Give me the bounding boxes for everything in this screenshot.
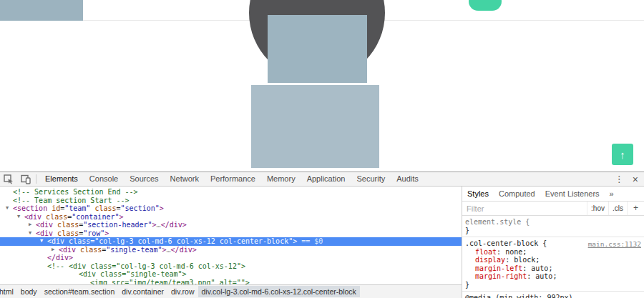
- css-selector[interactable]: }: [465, 227, 641, 235]
- tab-memory[interactable]: Memory: [261, 172, 301, 186]
- css-rule: main.css:1132.col-center-block {float: n…: [462, 237, 644, 292]
- toolbar-separator: [36, 174, 36, 184]
- tree-row[interactable]: ▼<div class="row">: [0, 229, 462, 238]
- tab-elements[interactable]: Elements: [39, 172, 84, 186]
- tab-audits[interactable]: Audits: [391, 172, 424, 186]
- breadcrumb-item[interactable]: div.container: [118, 286, 167, 297]
- expand-arrow-open-icon[interactable]: ▼: [17, 213, 24, 222]
- tree-row-selected[interactable]: ▼<div class="col-lg-3 col-md-6 col-xs-12…: [0, 237, 462, 246]
- tree-row[interactable]: <!-- Services Section End -->: [0, 188, 462, 197]
- tree-row[interactable]: <div class="single-team">: [0, 270, 462, 279]
- code-token: <div: [36, 229, 53, 237]
- breadcrumb: htmlbodysection#team.sectiondiv.containe…: [0, 284, 462, 298]
- styles-filter-input[interactable]: [462, 204, 587, 213]
- tab-application[interactable]: Application: [301, 172, 351, 186]
- code-token: <div: [59, 246, 76, 254]
- css-selector[interactable]: element.style {: [465, 218, 641, 227]
- tab-network[interactable]: Network: [165, 172, 205, 186]
- elements-pane: <!-- Services Section End --><!-- Team s…: [0, 187, 462, 298]
- breadcrumb-item[interactable]: section#team.section: [41, 286, 119, 297]
- styles-tab-styles[interactable]: Styles: [462, 189, 494, 198]
- code-token: >: [119, 213, 123, 221]
- css-source-link[interactable]: main.css:1132: [588, 240, 641, 249]
- devtools-panel: ElementsConsoleSourcesNetworkPerformance…: [0, 172, 644, 298]
- code-token: class: [64, 237, 90, 245]
- new-style-rule-button[interactable]: +: [627, 202, 644, 215]
- devtools-close-button[interactable]: ×: [630, 174, 644, 185]
- code-token: "single-team": [106, 246, 162, 254]
- up-arrow-icon: ↑: [620, 149, 625, 161]
- inspect-cursor-icon: [4, 174, 14, 184]
- expand-arrow-closed-icon[interactable]: ▶: [29, 221, 36, 229]
- styles-sidebar-tabs: StylesComputedEvent Listeners»: [462, 187, 644, 202]
- expand-arrow-open-icon[interactable]: ▼: [40, 237, 47, 246]
- code-token: "section-header": [83, 221, 152, 229]
- styles-tab-event-listeners[interactable]: Event Listeners: [540, 189, 605, 198]
- scroll-top-button[interactable]: ↑: [612, 144, 633, 165]
- css-selector[interactable]: @media (min-width: 992px): [465, 294, 641, 298]
- css-property-value: block: [514, 256, 535, 264]
- breadcrumb-item[interactable]: div.row: [167, 286, 197, 297]
- team-photo-partial: [0, 0, 83, 21]
- device-toolbar-icon: [21, 174, 31, 184]
- expand-arrow-closed-icon[interactable]: ▶: [52, 246, 59, 254]
- element-class-toggle[interactable]: .cls: [608, 202, 627, 215]
- code-token: class: [53, 229, 79, 237]
- code-token: <!-- Services Section End -->: [13, 188, 138, 196]
- css-property-name: margin-right: [475, 272, 527, 280]
- toolbar-right-controls: ⋮ ×: [608, 174, 644, 185]
- breadcrumb-strip: htmlbodysection#team.sectiondiv.containe…: [0, 285, 360, 298]
- tree-row[interactable]: <!-- Team section Start -->: [0, 197, 462, 205]
- css-rule: @media (min-width: 992px).col-lg-3 {: [462, 292, 644, 298]
- tree-row[interactable]: <img src="img/team/team3.png" alt="">: [0, 279, 462, 285]
- tab-sources[interactable]: Sources: [124, 172, 164, 186]
- device-toolbar-button[interactable]: [17, 172, 34, 186]
- css-property[interactable]: float: none;: [465, 248, 641, 257]
- tab-console[interactable]: Console: [84, 172, 124, 186]
- styles-tab-computed[interactable]: Computed: [494, 189, 540, 198]
- css-property-name: float: [475, 248, 497, 256]
- code-token: class: [90, 204, 116, 212]
- styles-content: element.style {}main.css:1132.col-center…: [462, 216, 644, 298]
- green-pill-button[interactable]: [469, 0, 502, 11]
- devtools-menu-button[interactable]: ⋮: [608, 174, 630, 184]
- tree-row[interactable]: ▶<div class="single-team">…</div>: [0, 246, 462, 254]
- code-token: </div>: [171, 246, 197, 254]
- code-token: "section": [121, 204, 160, 212]
- pseudo-state-toggle[interactable]: :hov: [587, 202, 608, 215]
- devtools-toolbar: ElementsConsoleSourcesNetworkPerformance…: [0, 172, 644, 187]
- code-token: "team": [64, 204, 90, 212]
- css-property[interactable]: margin-left: auto;: [465, 264, 641, 273]
- code-token: <!-- Team section Start -->: [13, 197, 130, 204]
- css-selector[interactable]: }: [465, 281, 641, 289]
- code-token: </div>: [161, 221, 187, 229]
- code-token: >: [160, 204, 164, 212]
- styles-pane: StylesComputedEvent Listeners» :hov .cls…: [462, 187, 644, 298]
- breadcrumb-item[interactable]: div.col-lg-3.col-md-6.col-xs-12.col-cent…: [198, 286, 360, 297]
- code-token: id: [47, 204, 60, 212]
- code-token: class: [42, 213, 67, 221]
- css-property-value: none: [505, 248, 522, 256]
- code-token: <div: [47, 237, 64, 245]
- inspect-element-button[interactable]: [0, 172, 17, 186]
- tab-security[interactable]: Security: [351, 172, 391, 186]
- devtools-tabs: ElementsConsoleSourcesNetworkPerformance…: [39, 172, 424, 186]
- css-property-name: display: [475, 256, 505, 264]
- css-property[interactable]: margin-right: auto;: [465, 272, 641, 281]
- css-property-name: margin-left: [475, 264, 522, 272]
- expand-arrow-open-icon[interactable]: ▼: [6, 204, 13, 213]
- code-token: <section: [13, 204, 47, 212]
- code-token: "container": [72, 213, 119, 221]
- css-property[interactable]: display: block;: [465, 256, 641, 264]
- breadcrumb-item[interactable]: body: [17, 286, 41, 297]
- tree-row[interactable]: ▼<section id="team" class="section">: [0, 204, 462, 213]
- tree-row[interactable]: <!-- <div class="col-lg-3 col-md-6 col-x…: [0, 262, 462, 271]
- styles-tab--[interactable]: »: [605, 189, 619, 198]
- css-property-value: auto: [531, 264, 548, 272]
- tree-row[interactable]: ▼<div class="container">: [0, 213, 462, 222]
- breadcrumb-item[interactable]: html: [0, 286, 17, 297]
- tab-performance[interactable]: Performance: [205, 172, 261, 186]
- expand-arrow-open-icon[interactable]: ▼: [29, 229, 36, 238]
- tree-row[interactable]: </div>: [0, 254, 462, 262]
- tree-row[interactable]: ▶<div class="section-header">…</div>: [0, 221, 462, 229]
